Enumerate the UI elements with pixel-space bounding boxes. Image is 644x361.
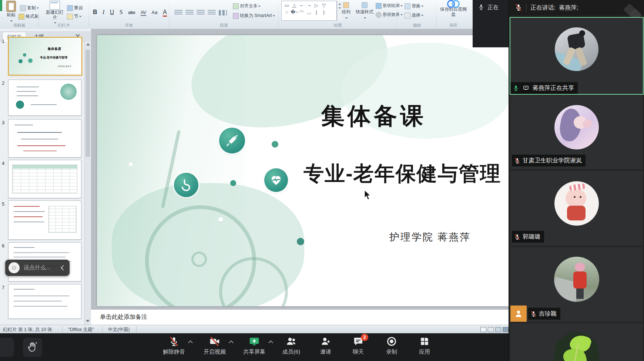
copy-button[interactable]: 复制: [20, 5, 39, 11]
notes-pane[interactable]: 单击此处添加备注: [91, 309, 509, 325]
normal-view-icon[interactable]: [480, 327, 486, 332]
shape-effects-icon: [376, 12, 382, 18]
start-video-button[interactable]: 开启视频: [194, 336, 235, 355]
columns-icon[interactable]: [219, 10, 227, 16]
save-to-baidu-button[interactable]: 保存到百度网盘: [438, 0, 469, 17]
slide-sorter-icon[interactable]: [488, 327, 494, 332]
participant-tile[interactable]: 吉珍颖: [510, 247, 643, 322]
powerpoint-window: 粘贴 复制 格式刷 剪贴板 新建幻灯片 重设 节 幻灯片: [0, 0, 509, 333]
align-center-icon[interactable]: [185, 10, 194, 16]
shape-curve-icon[interactable]: ◡: [305, 9, 313, 15]
new-slide-button[interactable]: 新建幻灯片: [44, 1, 66, 25]
shape-brace-right-icon[interactable]: }: [320, 9, 328, 15]
smiley-icon[interactable]: ☺: [9, 262, 20, 273]
justify-icon[interactable]: [208, 10, 216, 16]
ppt-status-bar: 幻灯片 第 1 张, 共 10 张 "Office 主题" 中文(中国): [0, 325, 509, 334]
bold-button[interactable]: B: [93, 9, 97, 16]
notes-placeholder[interactable]: 单击此处添加备注: [100, 313, 147, 321]
raise-hand-button[interactable]: [23, 338, 42, 357]
chevron-up-icon[interactable]: [229, 340, 234, 345]
underline-button[interactable]: U: [110, 9, 114, 16]
section-button[interactable]: 节: [67, 13, 81, 20]
chevron-up-icon[interactable]: [188, 340, 193, 345]
shape-arc-icon[interactable]: ◠: [298, 9, 305, 15]
heartbeat-icon: [264, 168, 288, 192]
select-icon: [405, 13, 410, 18]
slide-title[interactable]: 集体备课: [263, 100, 485, 132]
slide-thumbnail-5[interactable]: [8, 200, 81, 240]
slide-thumbnail-3[interactable]: [8, 119, 81, 158]
font-color-button[interactable]: A: [163, 9, 167, 17]
slide-thumbnail-1[interactable]: 集体备课 专业-老年保健与管理 护理学院 蒋燕萍: [8, 37, 82, 75]
align-left-icon[interactable]: [174, 10, 182, 16]
unmute-button[interactable]: 解除静音: [154, 336, 194, 355]
shape-scribble-icon[interactable]: �~: [291, 9, 298, 15]
avatar: [554, 257, 599, 302]
shape-elbow-icon[interactable]: ⌐: [298, 2, 305, 9]
participant-tile[interactable]: [510, 323, 643, 361]
chat-input-placeholder[interactable]: 说点什么...: [24, 264, 51, 271]
theme-name[interactable]: "Office 主题": [68, 327, 94, 333]
chat-quick-input[interactable]: ☺ 说点什么...: [5, 260, 70, 276]
slide-thumbnail-7[interactable]: [8, 284, 81, 319]
shape-rect-icon[interactable]: ▭: [283, 2, 291, 9]
reaction-button-partial[interactable]: [0, 338, 14, 357]
speaking-label: 正在讲话:: [530, 4, 556, 11]
slide-author[interactable]: 护理学院 蒋燕萍: [389, 230, 471, 244]
format-painter-button[interactable]: 格式刷: [19, 13, 39, 20]
apps-button[interactable]: 应用: [404, 336, 445, 355]
reading-view-icon[interactable]: [495, 327, 501, 332]
alignment-buttons[interactable]: [173, 10, 228, 17]
shadow-button[interactable]: S: [120, 9, 123, 16]
select-button[interactable]: 选择: [405, 12, 423, 18]
smartart-button[interactable]: 转换为 SmartArt: [233, 13, 275, 19]
slide-thumbnail-4[interactable]: [8, 160, 81, 198]
char-spacing-button[interactable]: AV: [141, 10, 146, 16]
new-slide-icon: [50, 1, 60, 10]
thumb-number: 6: [2, 243, 7, 249]
slide-subtitle[interactable]: 专业-老年保健与管理: [289, 160, 509, 188]
reset-button[interactable]: 重设: [67, 5, 83, 11]
chevron-left-icon[interactable]: [61, 265, 66, 270]
participant-tile[interactable]: 蒋燕萍正在共享: [510, 17, 644, 95]
format-painter-icon: [19, 14, 24, 20]
smartart-icon: [233, 13, 239, 19]
meeting-toolbar: 解除静音 开启视频 共享屏幕 成员(6) 邀请: [0, 333, 509, 361]
decoration: [218, 217, 223, 222]
language-indicator[interactable]: 中文(中国): [108, 327, 130, 333]
align-text-button[interactable]: 对齐文本: [233, 3, 261, 9]
shape-gallery[interactable]: ▭△⌐¬▷▽ ○�~◠◡{}: [281, 1, 337, 21]
slide-thumbnail-2[interactable]: [8, 80, 81, 116]
shape-brace-left-icon[interactable]: {: [313, 9, 320, 15]
change-case-button[interactable]: Aa: [152, 10, 158, 15]
decoration: [579, 30, 585, 36]
share-screen-button[interactable]: 共享屏幕: [234, 336, 275, 355]
slideshow-icon[interactable]: [503, 327, 509, 332]
participant-name-bar: 郭璐璐: [512, 231, 544, 243]
profile-badge-icon: [510, 306, 527, 322]
scrollbar-thumb[interactable]: [85, 50, 90, 157]
decoration: [575, 263, 585, 271]
paste-button[interactable]: 粘贴: [3, 1, 19, 23]
scroll-down-icon[interactable]: [86, 320, 90, 322]
align-right-icon[interactable]: [197, 10, 205, 16]
strikethrough-button[interactable]: abc: [128, 10, 135, 15]
italic-button[interactable]: I: [103, 9, 104, 16]
participant-tile[interactable]: 甘肃卫生职业学院谢岚: [510, 95, 643, 169]
section-icon: [67, 14, 73, 20]
scroll-up-icon[interactable]: [86, 43, 90, 45]
shape-arrow-right-icon[interactable]: ▷: [313, 2, 320, 9]
shape-elbow2-icon[interactable]: ¬: [305, 2, 313, 9]
thumbnails-scrollbar[interactable]: [84, 41, 91, 325]
quick-styles-button[interactable]: 快速样式: [353, 2, 376, 20]
shape-triangle-icon[interactable]: △: [291, 2, 298, 9]
thumb-number: 2: [2, 80, 7, 86]
participant-tile[interactable]: 郭璐璐: [510, 171, 643, 246]
participant-name-bar: 蒋燕萍正在共享: [510, 82, 578, 94]
shape-cloud-icon[interactable]: ○: [283, 9, 291, 15]
arrange-button[interactable]: 排列: [339, 2, 353, 20]
slide-canvas: 集体备课 专业-老年保健与管理 护理学院 蒋燕萍: [91, 29, 509, 309]
replace-button[interactable]: 替换: [405, 3, 423, 9]
slide-editor[interactable]: 集体备课 专业-老年保健与管理 护理学院 蒋燕萍: [97, 35, 509, 306]
shape-arrow-down-icon[interactable]: ▽: [320, 2, 328, 9]
